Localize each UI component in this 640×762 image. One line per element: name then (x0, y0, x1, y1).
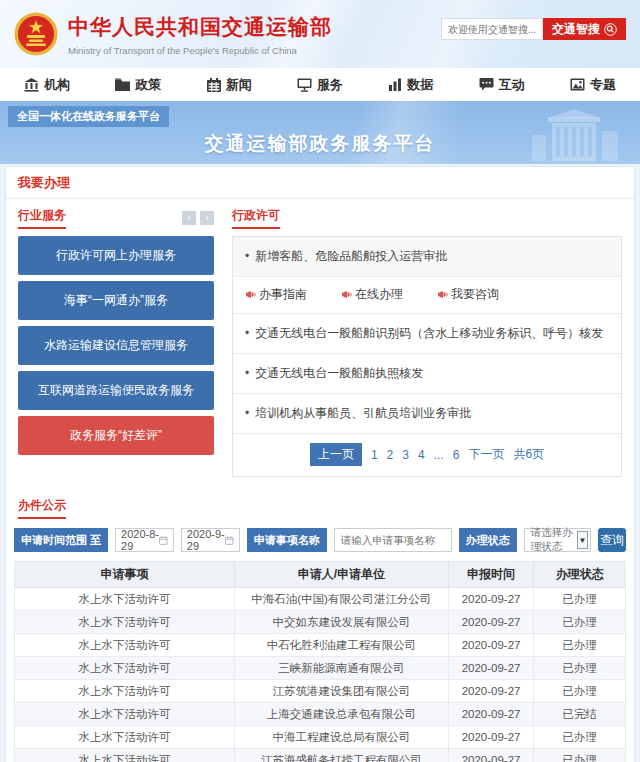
carousel-next-icon[interactable]: › (200, 211, 214, 225)
monitor-icon (297, 78, 312, 92)
smart-search-button[interactable]: 交通智搜 (543, 18, 626, 40)
cell-status: 已办理 (534, 634, 626, 657)
service-button-waterway-info[interactable]: 水路运输建设信息管理服务 (18, 326, 214, 365)
service-platform-banner: 全国一体化在线政务服务平台 交通运输部政务服务平台 (0, 101, 640, 164)
cell-date: 2020-09-27 (448, 749, 534, 762)
search-button-label: 交通智搜 (552, 21, 600, 38)
status-select-value: 请选择办理状态 (531, 526, 577, 554)
page-number[interactable]: 1 (371, 448, 378, 462)
table-row[interactable]: 水上水下活动许可江苏筑港建设集团有限公司2020-09-27已办理 (15, 680, 626, 703)
prev-page-button[interactable]: 上一页 (310, 443, 362, 466)
page-number[interactable]: 6 (453, 448, 460, 462)
table-row[interactable]: 水上水下活动许可江苏海盛航务打捞工程有限公司2020-09-27已办理 (15, 749, 626, 762)
nav-item-label: 机构 (44, 76, 70, 94)
admin-license-list: •新增客船、危险品船舶投入运营审批 办事指南 在线办理 我要咨询 (232, 236, 622, 477)
table-row[interactable]: 水上水下活动许可三峡新能源南通有限公司2020-09-27已办理 (15, 657, 626, 680)
chat-icon (479, 78, 494, 92)
date-from-input[interactable]: 2020-8-29 (115, 528, 174, 552)
page-number[interactable]: 4 (418, 448, 425, 462)
public-notice-title: 办件公示 (18, 497, 66, 519)
cell-date: 2020-09-27 (448, 703, 534, 726)
picture-icon (570, 78, 585, 91)
bullet-icon: • (245, 326, 249, 340)
cell-status: 已办理 (534, 611, 626, 634)
cell-item: 水上水下活动许可 (15, 749, 235, 762)
nav-item-services[interactable]: 服务 (297, 76, 343, 94)
cell-status: 已办理 (534, 749, 626, 762)
status-select[interactable]: 请选择办理状态 ▼ (524, 528, 591, 552)
page-number[interactable]: 2 (387, 448, 394, 462)
nav-item-policy[interactable]: 政策 (115, 76, 161, 94)
cell-item: 水上水下活动许可 (15, 726, 235, 749)
nav-item-interaction[interactable]: 互动 (479, 76, 525, 94)
nav-item-label: 互动 (499, 76, 525, 94)
online-handle-link[interactable]: 在线办理 (341, 286, 403, 303)
col-header-applicant: 申请人/申请单位 (234, 562, 448, 588)
cell-item: 水上水下活动许可 (15, 611, 235, 634)
calendar-icon (207, 78, 221, 92)
license-item[interactable]: •交通无线电台一般船舶执照核发 (233, 354, 621, 394)
nav-item-data[interactable]: 数据 (388, 76, 433, 94)
table-row[interactable]: 水上水下活动许可中交如东建设发展有限公司2020-09-27已办理 (15, 611, 626, 634)
calendar-icon (159, 535, 167, 546)
nav-item-news[interactable]: 新闻 (207, 76, 252, 94)
cell-item: 水上水下活动许可 (15, 703, 235, 726)
consult-link[interactable]: 我要咨询 (437, 286, 499, 303)
online-icon (341, 289, 352, 300)
next-page-button[interactable]: 下一页 (468, 446, 504, 463)
site-header: 中华人民共和国交通运输部 Ministry of Transport of th… (0, 0, 640, 68)
service-button-license-online[interactable]: 行政许可网上办理服务 (18, 236, 214, 275)
table-row[interactable]: 水上水下活动许可中海工程建设总局有限公司2020-09-27已办理 (15, 726, 626, 749)
table-row[interactable]: 水上水下活动许可中海石油(中国)有限公司湛江分公司2020-09-27已办理 (15, 588, 626, 611)
item-name-input[interactable] (334, 528, 452, 552)
guide-link[interactable]: 办事指南 (245, 286, 307, 303)
nav-item-topics[interactable]: 专题 (570, 76, 616, 94)
nav-item-label: 服务 (317, 76, 343, 94)
cell-date: 2020-09-27 (448, 588, 534, 611)
date-from-value: 2020-8-29 (121, 528, 159, 552)
table-row[interactable]: 水上水下活动许可上海交通建设总承包有限公司2020-09-27已完结 (15, 703, 626, 726)
carousel-prev-icon[interactable]: ‹ (182, 211, 196, 225)
notice-table-wrap: 申请事项 申请人/申请单位 申报时间 办理状态 水上水下活动许可中海石油(中国)… (6, 561, 634, 762)
search-input[interactable] (441, 18, 543, 40)
notice-table: 申请事项 申请人/申请单位 申报时间 办理状态 水上水下活动许可中海石油(中国)… (14, 561, 626, 762)
nav-item-label: 新闻 (226, 76, 252, 94)
cell-status: 已完结 (534, 703, 626, 726)
service-button-rating[interactable]: 政务服务“好差评” (18, 416, 214, 455)
chevron-down-icon: ▼ (577, 531, 588, 549)
status-label: 办理状态 (459, 528, 517, 552)
site-subtitle: Ministry of Transport of the People's Re… (68, 45, 332, 56)
service-button-road-transport[interactable]: 互联网道路运输便民政务服务 (18, 371, 214, 410)
cell-date: 2020-09-27 (448, 726, 534, 749)
cell-date: 2020-09-27 (448, 611, 534, 634)
notice-filter-bar: 申请时间范围 至 2020-8-29 2020-9-29 申请事项名称 办理状态… (6, 519, 634, 561)
query-button[interactable]: 查询 (598, 528, 626, 552)
date-range-label: 申请时间范围 至 (14, 528, 108, 552)
main-nav: 机构 政策 新闻 服务 数据 互动 专题 (0, 68, 640, 101)
cell-item: 水上水下活动许可 (15, 588, 235, 611)
calendar-icon (225, 535, 233, 546)
table-row[interactable]: 水上水下活动许可中石化胜利油建工程有限公司2020-09-27已办理 (15, 634, 626, 657)
service-button-maritime[interactable]: 海事“一网通办”服务 (18, 281, 214, 320)
bullet-icon: • (245, 366, 249, 380)
date-to-value: 2020-9-29 (187, 528, 225, 552)
license-item[interactable]: •培训机构从事船员、引航员培训业务审批 (233, 394, 621, 434)
admin-license-column: 行政许可 •新增客船、危险品船舶投入运营审批 办事指南 在线办理 (232, 207, 622, 477)
cell-applicant: 江苏海盛航务打捞工程有限公司 (234, 749, 448, 762)
license-item[interactable]: •新增客船、危险品船舶投入运营审批 (233, 237, 621, 277)
industry-services-column: 行业服务 ‹ › 行政许可网上办理服务 海事“一网通办”服务 水路运输建设信息管… (18, 207, 214, 477)
cell-date: 2020-09-27 (448, 634, 534, 657)
page-ellipsis: ... (434, 448, 444, 462)
nav-item-orgs[interactable]: 机构 (24, 76, 70, 94)
folder-icon (115, 78, 130, 91)
page-number[interactable]: 3 (402, 448, 409, 462)
license-item-text: 交通无线电台一般船舶识别码（含水上移动业务标识、呼号）核发 (255, 326, 603, 340)
license-item-text: 交通无线电台一般船舶执照核发 (255, 366, 423, 380)
bullet-icon: • (245, 406, 249, 420)
brand-block: 中华人民共和国交通运输部 Ministry of Transport of th… (68, 13, 332, 56)
cell-applicant: 中交如东建设发展有限公司 (234, 611, 448, 634)
license-item[interactable]: •交通无线电台一般船舶识别码（含水上移动业务标识、呼号）核发 (233, 314, 621, 354)
header-search: 交通智搜 (441, 18, 626, 40)
bullet-icon: • (245, 249, 249, 263)
date-to-input[interactable]: 2020-9-29 (181, 528, 240, 552)
